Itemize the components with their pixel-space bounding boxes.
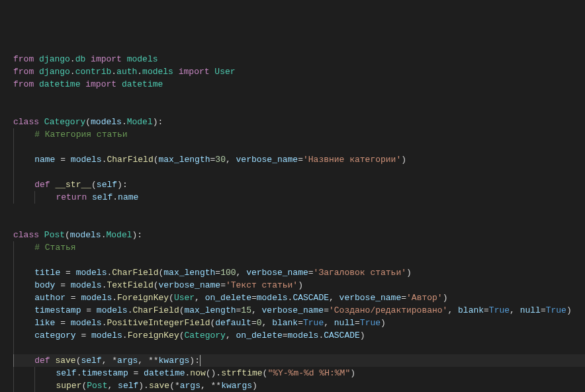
token-const: True [360, 317, 381, 329]
code-line[interactable] [13, 254, 585, 266]
token-name: timestamp [34, 304, 81, 317]
token-punct: , [447, 304, 458, 317]
code-line[interactable]: body = models.TextField(verbose_name='Те… [13, 279, 585, 292]
code-line[interactable]: from django.contrib.auth.models import U… [13, 65, 585, 78]
token-const: True [303, 317, 324, 329]
indent-guide [13, 379, 34, 392]
code-line[interactable]: timestamp = models.CharField(max_length=… [13, 304, 585, 317]
token-name: self [92, 191, 112, 204]
token-punct: . [185, 367, 191, 379]
code-line[interactable]: from datetime import datetime [13, 78, 585, 91]
token-kw: def [34, 178, 50, 191]
code-line[interactable]: class Category(models.Model): [13, 116, 585, 128]
code-line[interactable] [13, 342, 585, 354]
token-punct: ( [210, 317, 216, 329]
code-line[interactable]: def __str__(self): [13, 178, 585, 191]
token-const: True [546, 304, 566, 317]
token-punct: . [137, 65, 142, 78]
code-line[interactable] [13, 91, 585, 103]
token-punct: ) [360, 329, 365, 342]
token-kw: from [13, 53, 34, 65]
token-fn: ForeignKey [128, 329, 179, 342]
indent-guide [13, 367, 34, 379]
indent-guide [13, 292, 34, 304]
token-punct: . [122, 116, 127, 128]
token-param: verbose_name [236, 153, 298, 166]
token-kw: return [56, 191, 87, 204]
indent-guide [13, 304, 34, 317]
indent-guide [13, 141, 34, 153]
token-punct: ( [169, 292, 174, 304]
token-mod: Model [106, 229, 132, 241]
code-line[interactable]: super(Post, self).save(*args, **kwargs) [13, 379, 585, 392]
token-name: self [118, 379, 138, 392]
token-kw: class [13, 229, 39, 241]
code-line[interactable]: like = models.PositiveIntegerField(defau… [13, 317, 585, 329]
code-line[interactable]: title = models.CharField(max_length=100,… [13, 266, 585, 279]
code-line[interactable] [13, 166, 585, 178]
indent-guide [13, 354, 34, 367]
token-punct: , ** [201, 379, 221, 392]
token-punct: ( [263, 367, 268, 379]
code-line[interactable] [13, 216, 585, 229]
code-editor[interactable]: from django.db import modelsfrom django.… [0, 50, 585, 392]
token-mod: contrib [75, 65, 112, 78]
token-punct: . [112, 292, 117, 304]
token-name: models [288, 329, 319, 342]
token-name: like [34, 317, 55, 329]
token-name: models [81, 292, 112, 304]
token-punct [34, 53, 39, 65]
token-punct: ). [138, 379, 149, 392]
token-punct: , [262, 317, 273, 329]
token-punct: , [226, 329, 236, 342]
token-punct: = [324, 304, 329, 317]
code-line[interactable]: self.timestamp = datetime.now().strftime… [13, 367, 585, 379]
token-punct: = [210, 153, 216, 166]
code-line[interactable]: from django.db import models [13, 53, 585, 65]
token-str: 'Текст статьи' [226, 279, 298, 292]
token-param: kwargs [159, 354, 190, 367]
token-punct: ) [406, 266, 412, 279]
code-line[interactable]: # Статья [13, 241, 585, 254]
code-line[interactable]: # Категория статьи [13, 128, 585, 141]
token-punct: = [355, 317, 360, 329]
token-punct: = [55, 279, 70, 292]
indent-guide [34, 367, 56, 379]
token-fn: super [56, 379, 81, 392]
indent-guide [13, 153, 34, 166]
token-mod: datetime [122, 78, 163, 91]
token-punct: . [122, 329, 128, 342]
token-kw: class [13, 116, 39, 128]
token-name: CASCADE [292, 292, 329, 304]
token-punct: . [70, 65, 75, 78]
code-line[interactable] [13, 141, 585, 153]
token-punct: ) [252, 379, 257, 392]
token-param: verbose_name [246, 266, 308, 279]
indent-guide [13, 241, 34, 254]
token-name: models [91, 329, 122, 342]
token-fn: now [190, 367, 205, 379]
code-line[interactable]: def save(self, *args, **kwargs): [13, 354, 585, 367]
token-punct: . [77, 367, 82, 379]
code-line[interactable] [13, 103, 585, 116]
code-line[interactable]: category = models.ForeignKey(Category, o… [13, 329, 585, 342]
token-kw: import [91, 53, 122, 65]
token-punct: = [236, 304, 242, 317]
code-line[interactable] [13, 204, 585, 216]
token-punct: (* [169, 379, 180, 392]
indent-guide [13, 254, 34, 266]
token-punct: ): [117, 178, 128, 191]
token-mod: django [39, 53, 70, 65]
code-line[interactable]: author = models.ForeignKey(User, on_dele… [13, 292, 585, 304]
token-mod: datetime [39, 78, 80, 91]
code-line[interactable]: name = models.CharField(max_length=30, v… [13, 153, 585, 166]
code-line[interactable]: return self.name [13, 191, 585, 204]
token-punct: = [283, 329, 288, 342]
token-punct: ): [189, 354, 200, 367]
token-punct [39, 229, 44, 241]
token-str: 'Автор' [406, 292, 443, 304]
code-line[interactable]: class Post(models.Model): [13, 229, 585, 241]
token-kw: from [13, 78, 34, 91]
token-fn: save [149, 379, 169, 392]
token-punct: ) [298, 279, 303, 292]
